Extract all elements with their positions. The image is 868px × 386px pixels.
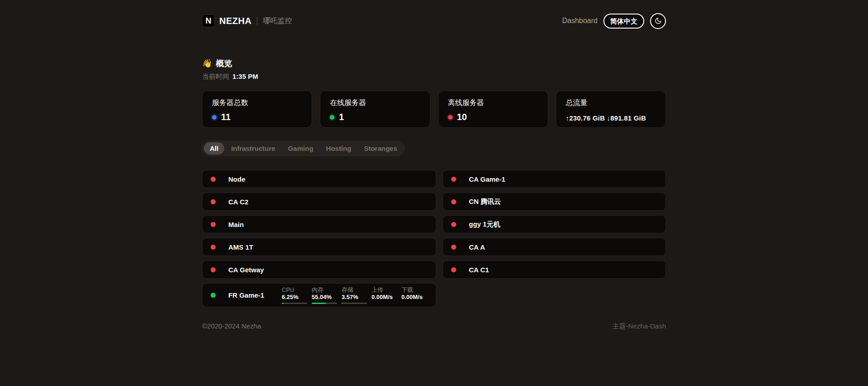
traffic-value: ↑230.76 GiB ↓891.81 GiB	[566, 114, 656, 122]
offline-servers-dot-icon	[448, 115, 453, 120]
server-stat: 内存55.04%	[312, 286, 338, 304]
server-row[interactable]: CA Game-1	[443, 170, 666, 188]
tab-hosting[interactable]: Hosting	[320, 142, 357, 154]
server-group-tabs: AllInfrastructureGamingHostingStoranges	[202, 140, 405, 156]
stat-card-label: 离线服务器	[448, 98, 538, 108]
server-row[interactable]: ggy 1元机	[443, 215, 666, 233]
stat-card-value: 10	[457, 112, 467, 122]
server-name: CA Getway	[228, 266, 282, 274]
server-name: FR Game-1	[228, 291, 282, 299]
stat-card-label: 在线服务器	[330, 98, 420, 108]
language-button[interactable]: 简体中文	[603, 14, 644, 29]
stat-card-label: 总流量	[566, 98, 656, 108]
stat-card-total-traffic: 总流量 ↑230.76 GiB ↓891.81 GiB	[556, 91, 666, 128]
server-status-dot-icon	[211, 267, 216, 272]
server-row[interactable]: Main	[202, 215, 436, 233]
tab-infrastructure[interactable]: Infrastructure	[225, 142, 281, 154]
server-status-dot-icon	[211, 293, 216, 298]
stats-cards: 服务器总数 11 在线服务器 1 离线服务器 10	[202, 91, 666, 128]
tab-all[interactable]: All	[204, 142, 224, 154]
server-name: Main	[228, 221, 282, 228]
server-row[interactable]: CN 腾讯云	[443, 193, 666, 211]
tab-gaming[interactable]: Gaming	[282, 142, 319, 154]
tab-storanges[interactable]: Storanges	[358, 142, 403, 154]
header-actions: Dashboard 简体中文	[562, 13, 666, 29]
progress-bar	[282, 303, 307, 304]
brand-divider	[257, 17, 257, 25]
server-status-dot-icon	[451, 245, 456, 250]
server-status-dot-icon	[211, 177, 216, 182]
current-time-row: 当前时间 1:35 PM	[202, 72, 666, 81]
server-status-dot-icon	[211, 222, 216, 227]
brand-name: NEZHA	[219, 16, 251, 26]
server-stat: 上传0.00M/s	[371, 286, 398, 304]
server-status-dot-icon	[211, 199, 216, 204]
app-header: N NEZHA 哪吒监控 Dashboard 简体中文	[202, 0, 666, 30]
server-row[interactable]: Node	[202, 170, 436, 188]
server-name: CA C2	[228, 198, 282, 206]
wave-emoji-icon: 👋	[202, 58, 212, 68]
server-status-dot-icon	[451, 177, 456, 182]
server-stat: CPU6.25%	[282, 286, 308, 304]
server-row[interactable]: AMS 1T	[202, 238, 436, 256]
app-footer: ©2020-2024 Nezha 主题-Nezha-Dash	[202, 322, 666, 331]
brand-subtitle: 哪吒监控	[263, 16, 292, 26]
copyright-text: ©2020-2024 Nezha	[202, 322, 261, 331]
current-time-value: 1:35 PM	[232, 72, 258, 80]
server-status-dot-icon	[451, 222, 456, 227]
server-stat: 下载0.00M/s	[401, 286, 428, 304]
dashboard-link[interactable]: Dashboard	[562, 17, 598, 25]
progress-bar	[342, 303, 367, 304]
server-name: CA C1	[469, 266, 522, 274]
server-status-dot-icon	[451, 267, 456, 272]
server-list-left-column: Node CA C2 Main AMS 1T CA Getway FR Game…	[202, 170, 436, 307]
stat-card-online-servers: 在线服务器 1	[320, 91, 430, 128]
server-row[interactable]: CA C2	[202, 193, 436, 211]
server-list: Node CA C2 Main AMS 1T CA Getway FR Game…	[202, 170, 666, 307]
total-servers-dot-icon	[212, 115, 217, 120]
server-name: CA A	[469, 243, 522, 251]
page-title: 👋 概览	[202, 58, 666, 69]
nezha-logo-icon: N	[202, 14, 215, 27]
server-row[interactable]: FR Game-1 CPU6.25%内存55.04%存储3.57%上传0.00M…	[202, 283, 436, 307]
stat-card-label: 服务器总数	[212, 98, 302, 108]
brand-logo[interactable]: N NEZHA 哪吒监控	[202, 14, 292, 27]
online-servers-dot-icon	[330, 115, 334, 120]
stat-card-value: 1	[339, 112, 344, 122]
server-row[interactable]: CA A	[443, 238, 666, 256]
theme-credit-text: 主题-Nezha-Dash	[612, 322, 666, 331]
server-name: Node	[228, 175, 282, 183]
server-name: CA Game-1	[469, 175, 522, 183]
moon-icon	[655, 17, 662, 24]
server-status-dot-icon	[211, 245, 216, 250]
server-status-dot-icon	[451, 199, 456, 204]
overview-section: 👋 概览 当前时间 1:35 PM 服务器总数 11 在线服务器 1	[202, 58, 666, 331]
server-name: ggy 1元机	[469, 220, 522, 229]
progress-bar	[312, 303, 337, 304]
server-name: AMS 1T	[228, 243, 282, 251]
theme-toggle-button[interactable]	[650, 13, 666, 29]
server-row[interactable]: CA Getway	[202, 261, 436, 279]
page-title-text: 概览	[216, 58, 232, 69]
server-stats: CPU6.25%内存55.04%存储3.57%上传0.00M/s下载0.00M/…	[282, 286, 428, 304]
stat-card-total-servers: 服务器总数 11	[202, 91, 312, 128]
server-row[interactable]: CA C1	[443, 261, 666, 279]
server-stat: 存储3.57%	[342, 286, 368, 304]
server-list-right-column: CA Game-1 CN 腾讯云 ggy 1元机 CA A CA C1	[443, 170, 666, 279]
server-name: CN 腾讯云	[469, 198, 522, 206]
stat-card-offline-servers: 离线服务器 10	[438, 91, 548, 128]
current-time-label: 当前时间	[202, 72, 229, 81]
stat-card-value: 11	[221, 112, 231, 122]
